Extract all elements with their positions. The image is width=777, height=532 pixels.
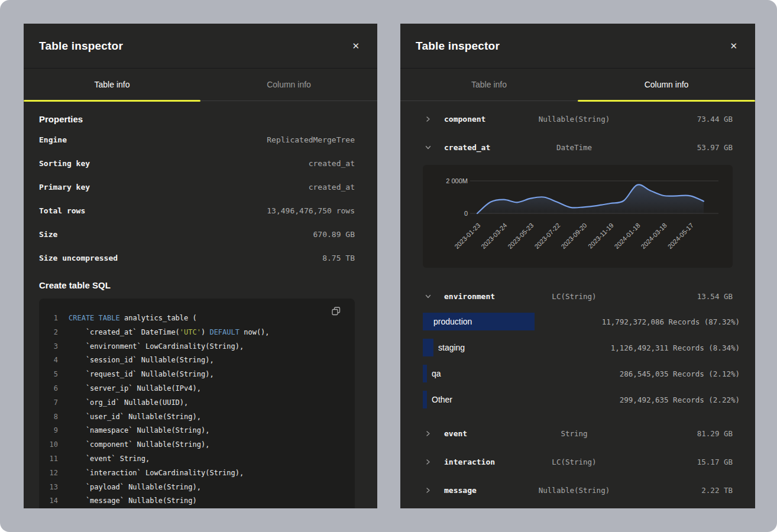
- x-tick-label: 2023-07-22: [533, 222, 561, 250]
- property-value: ReplicatedMergeTree: [267, 135, 355, 144]
- close-icon[interactable]: ✕: [727, 39, 740, 53]
- column-row-message[interactable]: messageNullable(String)2.22 TB: [416, 476, 733, 504]
- sql-code-line: 4 `session_id` Nullable(String),: [39, 353, 355, 368]
- line-number: 2: [39, 326, 58, 340]
- column-row-environment[interactable]: environmentLC(String)13.54 GB: [416, 282, 733, 310]
- y-tick-max: 2 000M: [446, 177, 468, 184]
- sql-code-line: 10 `component` Nullable(String),: [39, 438, 355, 452]
- sql-text: `namespace` Nullable(String),: [69, 426, 209, 434]
- column-name: component: [444, 115, 485, 124]
- sql-text: now(),: [239, 328, 270, 336]
- sql-text: `environment` LowCardinality(String),: [69, 342, 244, 351]
- sql-code-line: 11 `event` String,: [39, 452, 355, 466]
- chevron-down-icon: [416, 144, 444, 151]
- property-label: Size: [39, 230, 57, 239]
- column-name: event: [444, 429, 467, 438]
- sql-string: 'UTC': [180, 328, 201, 336]
- value-records: 286,545,035 Records (2.12%): [620, 369, 740, 378]
- x-tick-label: 2023-03-24: [480, 222, 508, 250]
- sql-code-line: 1CREATE TABLE analytics_table (: [39, 312, 355, 326]
- line-number: 7: [39, 396, 58, 410]
- close-icon[interactable]: ✕: [349, 39, 362, 53]
- properties-list: EngineReplicatedMergeTreeSorting keycrea…: [39, 128, 355, 270]
- column-row-event[interactable]: eventString81.29 GB: [416, 419, 733, 447]
- line-number: 10: [39, 438, 58, 452]
- column-name: created_at: [444, 143, 490, 152]
- value-row: qa286,545,035 Records (2.12%): [423, 365, 733, 382]
- property-label: Total rows: [39, 206, 85, 215]
- line-number: 14: [39, 494, 58, 508]
- sql-text: `server_ip` Nullable(IPv4),: [69, 384, 201, 392]
- column-row-interaction[interactable]: interactionLC(String)15.17 GB: [416, 447, 733, 476]
- sql-text: `org_id` Nullable(UUID),: [69, 398, 188, 407]
- line-number: 1: [39, 312, 58, 326]
- line-number: 13: [39, 481, 58, 495]
- sql-text: `interaction` LowCardinality(String),: [69, 469, 244, 477]
- property-label: Primary key: [39, 183, 90, 192]
- column-list: componentNullable(String)73.44 GBcreated…: [400, 101, 755, 504]
- property-label: Sorting key: [39, 159, 90, 168]
- property-label: Size uncompressed: [39, 254, 118, 262]
- x-tick-label: 2024-05-17: [666, 222, 695, 250]
- value-label: production: [433, 317, 472, 326]
- copy-icon[interactable]: [331, 306, 342, 319]
- sql-code-line: 2 `created_at` DateTime('UTC') DEFAULT n…: [39, 326, 355, 340]
- sql-code-line: 3 `environment` LowCardinality(String),: [39, 340, 355, 354]
- column-size: 13.54 GB: [697, 292, 733, 301]
- line-number: 5: [39, 368, 58, 382]
- chevron-right-icon: [416, 430, 444, 437]
- column-size: 73.44 GB: [697, 115, 733, 124]
- column-values-list: production11,792,372,086 Records (87.32%…: [423, 313, 733, 408]
- x-tick-label: 2023-05-23: [506, 222, 535, 250]
- value-row: Other299,492,635 Records (2.22%): [423, 391, 733, 408]
- properties-section-title: Properties: [39, 114, 355, 124]
- sql-text: `created_at` DateTime(: [69, 328, 180, 336]
- sql-code-line: 9 `namespace` Nullable(String),: [39, 424, 355, 438]
- sql-text: ): [201, 328, 209, 336]
- value-records: 299,492,635 Records (2.22%): [620, 395, 740, 404]
- property-row: Sorting keycreated_at: [39, 151, 355, 175]
- line-number: 4: [39, 353, 58, 368]
- column-chart-block: 2 000M 0 2023-01-232023-03-242023-05-232…: [423, 165, 733, 268]
- property-row: Primary keycreated_at: [39, 175, 355, 199]
- value-bar: [423, 391, 427, 408]
- value-bar: [423, 339, 433, 356]
- tab-table-info[interactable]: Table info: [400, 69, 578, 100]
- x-tick-label: 2024-01-18: [613, 222, 642, 250]
- created-at-area-chart: 2 000M 0 2023-01-232023-03-242023-05-232…: [423, 165, 733, 268]
- sql-code-line: 13 `payload` Nullable(String),: [39, 481, 355, 495]
- value-label: staging: [438, 343, 465, 352]
- sql-text: `event` String,: [69, 455, 150, 463]
- tab-table-info[interactable]: Table info: [24, 69, 200, 100]
- tab-column-info[interactable]: Column info: [200, 69, 377, 100]
- sql-keyword: CREATE TABLE: [69, 314, 120, 322]
- chevron-right-icon: [416, 459, 444, 465]
- property-row: Size670.89 GB: [39, 222, 355, 246]
- value-bar: [423, 365, 427, 382]
- tab-column-info[interactable]: Column info: [578, 69, 755, 100]
- column-name: environment: [444, 292, 495, 301]
- sql-lines: 1CREATE TABLE analytics_table (2 `create…: [39, 312, 355, 508]
- sql-text: `component` Nullable(String),: [69, 440, 209, 449]
- line-number: 6: [39, 382, 58, 396]
- modal-backdrop: Table inspector ✕ Table info Column info…: [0, 0, 777, 532]
- x-tick-label: 2024-03-18: [640, 222, 668, 250]
- sql-code-line: 6 `server_ip` Nullable(IPv4),: [39, 382, 355, 396]
- sql-section-title: Create table SQL: [39, 280, 355, 290]
- chevron-right-icon: [416, 116, 444, 122]
- sql-code-line: 14 `message` Nullable(String): [39, 494, 355, 508]
- table-inspector-dialog-column-info: Table inspector ✕ Table info Column info…: [400, 24, 755, 508]
- chevron-down-icon: [416, 293, 444, 300]
- value-records: 1,126,492,311 Records (8.34%): [611, 343, 740, 352]
- sql-text: `session_id` Nullable(String),: [69, 356, 214, 364]
- column-size: 53.97 GB: [697, 143, 733, 152]
- sql-text: `message` Nullable(String): [69, 497, 197, 505]
- column-row-component[interactable]: componentNullable(String)73.44 GB: [416, 105, 733, 133]
- line-number: 8: [39, 410, 58, 424]
- property-row: Total rows13,496,476,750 rows: [39, 199, 355, 222]
- x-tick-label: 2023-11-19: [587, 222, 615, 250]
- property-value: 8.75 TB: [322, 254, 355, 262]
- sql-code-block: 1CREATE TABLE analytics_table (2 `create…: [39, 299, 355, 508]
- value-records: 11,792,372,086 Records (87.32%): [602, 317, 740, 326]
- column-row-created_at[interactable]: created_atDateTime53.97 GB: [416, 133, 733, 161]
